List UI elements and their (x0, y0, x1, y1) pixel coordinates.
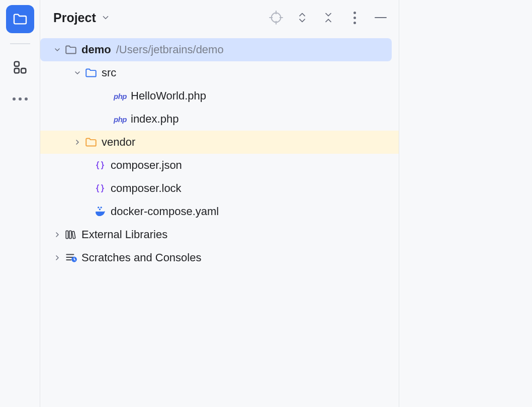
tree-node-docker-compose[interactable]: docker-compose.yaml (40, 200, 392, 223)
collapse-icon (323, 11, 333, 24)
options-button[interactable] (347, 11, 362, 25)
tree-node-helloworld-php[interactable]: php HelloWorld.php (40, 84, 392, 108)
library-icon (63, 227, 78, 242)
scratches-icon (63, 250, 78, 265)
tree-node-label: composer.lock (111, 182, 182, 195)
tree-node-label: src (102, 66, 116, 79)
excluded-folder-icon (83, 135, 99, 150)
target-icon (269, 11, 283, 25)
tree-node-vendor[interactable]: vendor (40, 131, 399, 154)
chevron-down-icon[interactable] (52, 46, 62, 54)
json-file-icon (93, 181, 108, 196)
svg-point-10 (99, 209, 101, 210)
php-file-icon: php (113, 112, 128, 127)
tree-node-demo[interactable]: demo /Users/jetbrains/demo (40, 38, 392, 61)
minimize-icon (375, 17, 387, 19)
docker-icon (93, 204, 108, 219)
panel-header: Project (40, 0, 399, 35)
collapse-all-button[interactable] (321, 11, 335, 25)
project-tree: demo /Users/jetbrains/demo src php (40, 35, 399, 272)
panel-title[interactable]: Project (53, 11, 96, 25)
tree-node-index-php[interactable]: php index.php (40, 108, 392, 131)
tree-node-label: index.php (131, 113, 179, 126)
kebab-icon (353, 12, 356, 24)
json-file-icon (93, 158, 108, 173)
folder-icon (63, 42, 78, 57)
expand-icon (297, 11, 307, 24)
tree-node-label: composer.json (111, 159, 182, 172)
structure-icon (12, 59, 29, 76)
tree-node-composer-lock[interactable]: composer.lock (40, 177, 392, 200)
structure-tool-button[interactable] (6, 53, 34, 81)
tree-node-scratches[interactable]: Scratches and Consoles (40, 246, 392, 269)
tree-node-label: docker-compose.yaml (111, 205, 219, 218)
folder-icon (12, 11, 28, 27)
more-tools-button[interactable] (9, 93, 32, 105)
tree-node-label: demo (81, 43, 111, 56)
chevron-right-icon[interactable] (52, 254, 62, 262)
svg-point-9 (100, 207, 102, 208)
chevron-right-icon[interactable] (72, 138, 82, 146)
tool-rail (0, 0, 40, 407)
chevron-down-icon[interactable] (101, 13, 110, 22)
svg-rect-0 (14, 62, 19, 66)
chevron-down-icon[interactable] (72, 69, 82, 77)
tree-node-composer-json[interactable]: composer.json (40, 154, 392, 177)
tree-node-src[interactable]: src (40, 61, 392, 84)
project-tool-button[interactable] (6, 5, 34, 33)
hide-panel-button[interactable] (374, 11, 388, 25)
select-opened-file-button[interactable] (269, 11, 283, 25)
expand-all-button[interactable] (295, 11, 309, 25)
svg-point-8 (98, 207, 99, 208)
svg-rect-13 (72, 231, 75, 239)
svg-rect-12 (69, 231, 71, 238)
svg-rect-1 (14, 68, 19, 73)
tree-node-path: /Users/jetbrains/demo (116, 43, 224, 56)
rail-separator (10, 43, 30, 44)
source-folder-icon (83, 65, 99, 80)
chevron-right-icon[interactable] (52, 231, 62, 239)
svg-rect-2 (21, 68, 26, 73)
project-panel: Project (40, 0, 399, 407)
tree-node-label: External Libraries (81, 228, 167, 241)
tree-node-label: HelloWorld.php (131, 89, 206, 103)
editor-area (399, 0, 532, 407)
tree-node-label: vendor (102, 136, 135, 149)
php-file-icon: php (113, 88, 128, 104)
svg-rect-11 (66, 231, 68, 238)
tree-node-external-libraries[interactable]: External Libraries (40, 223, 392, 246)
tree-node-label: Scratches and Consoles (81, 251, 201, 264)
